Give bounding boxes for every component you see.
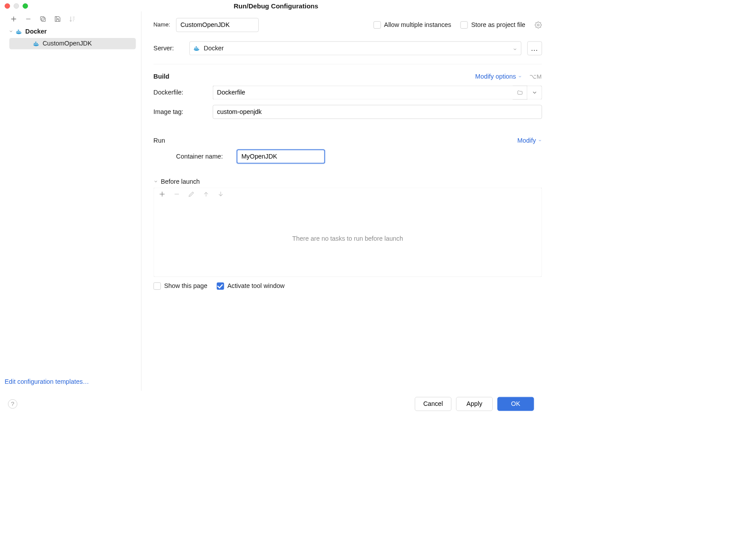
config-form: Name: Allow multiple instances Store as …	[141, 11, 552, 391]
svg-point-10	[537, 24, 539, 26]
add-task-icon[interactable]	[158, 190, 166, 198]
activate-tool-window-box[interactable]	[217, 282, 224, 290]
dockerfile-label: Dockerfile:	[154, 89, 207, 96]
add-config-icon[interactable]	[10, 15, 18, 23]
docker-icon	[194, 45, 200, 52]
dockerfile-input[interactable]	[213, 86, 513, 100]
apply-button[interactable]: Apply	[456, 397, 493, 411]
separator	[154, 64, 542, 64]
sort-az-icon[interactable]	[68, 15, 76, 23]
help-icon[interactable]: ?	[8, 399, 17, 409]
svg-rect-0	[42, 18, 45, 21]
chevron-down-icon	[154, 178, 158, 185]
show-this-page-checkbox[interactable]: Show this page	[154, 282, 208, 290]
build-section-title: Build	[154, 73, 170, 80]
tree-item-customopenjdk[interactable]: CustomOpenJDK	[9, 38, 136, 49]
docker-icon	[16, 29, 23, 35]
before-launch-panel: There are no tasks to run before launch	[154, 201, 542, 277]
svg-rect-6	[34, 43, 35, 45]
edit-templates-link[interactable]: Edit configuration templates…	[3, 376, 139, 390]
allow-multiple-label: Allow multiple instances	[384, 21, 451, 29]
name-input[interactable]	[176, 18, 259, 32]
remove-task-icon[interactable]	[173, 190, 181, 198]
allow-multiple-box[interactable]	[374, 21, 381, 29]
server-select[interactable]: Docker	[189, 41, 521, 55]
container-name-input[interactable]	[237, 150, 325, 164]
dialog-window: Run/Debug Configurations	[0, 0, 552, 422]
cancel-button[interactable]: Cancel	[415, 397, 451, 411]
svg-rect-3	[18, 31, 19, 32]
dockerfile-picker	[213, 86, 542, 100]
modify-options-label: Modify options	[475, 73, 516, 80]
before-launch-header[interactable]: Before launch	[154, 178, 542, 185]
server-value: Docker	[204, 45, 223, 52]
modify-options-link[interactable]: Modify options	[475, 73, 522, 80]
tree-group-label: Docker	[25, 28, 47, 35]
modify-options-shortcut: ⌥M	[529, 73, 542, 80]
svg-rect-1	[41, 16, 44, 20]
chevron-down-icon	[9, 28, 14, 35]
save-config-icon[interactable]	[54, 15, 61, 23]
tree-group-docker[interactable]: Docker	[3, 26, 139, 38]
titlebar: Run/Debug Configurations	[0, 0, 552, 11]
container-name-label: Container name:	[154, 153, 231, 160]
server-label: Server:	[154, 45, 184, 52]
server-browse-button[interactable]: …	[527, 41, 542, 55]
show-this-page-label: Show this page	[164, 282, 208, 290]
svg-rect-12	[196, 48, 197, 49]
move-down-icon[interactable]	[217, 190, 225, 198]
svg-rect-2	[16, 31, 18, 32]
image-tag-input[interactable]	[213, 105, 542, 119]
remove-config-icon[interactable]	[25, 15, 32, 23]
before-launch-empty: There are no tasks to run before launch	[292, 235, 403, 242]
configurations-sidebar: Docker CustomOpenJDK Edit configuration …	[0, 11, 141, 391]
move-up-icon[interactable]	[202, 190, 210, 198]
svg-rect-13	[197, 48, 198, 49]
configurations-tree: Docker CustomOpenJDK	[3, 26, 139, 376]
modify-run-label: Modify	[517, 137, 536, 144]
store-project-checkbox[interactable]: Store as project file	[460, 21, 525, 29]
store-project-label: Store as project file	[471, 21, 525, 29]
svg-rect-11	[194, 48, 196, 49]
modify-run-link[interactable]: Modify	[517, 137, 542, 144]
before-launch-toolbar	[154, 188, 542, 201]
show-this-page-box[interactable]	[154, 282, 161, 290]
svg-rect-4	[19, 31, 21, 32]
before-launch-title: Before launch	[161, 178, 200, 185]
svg-rect-7	[35, 43, 37, 45]
chevron-down-icon	[513, 46, 517, 51]
svg-rect-8	[37, 43, 38, 45]
gear-icon[interactable]	[535, 21, 542, 29]
ok-button[interactable]: OK	[497, 397, 534, 411]
dialog-title: Run/Debug Configurations	[0, 2, 552, 10]
name-label: Name:	[154, 22, 170, 28]
allow-multiple-checkbox[interactable]: Allow multiple instances	[374, 21, 451, 29]
run-section-title: Run	[154, 137, 165, 144]
docker-icon	[33, 41, 40, 47]
store-project-box[interactable]	[460, 21, 468, 29]
activate-tool-window-label: Activate tool window	[227, 282, 285, 290]
dockerfile-history-button[interactable]	[527, 86, 542, 100]
tree-item-label: CustomOpenJDK	[43, 40, 92, 47]
server-select-wrap: Docker	[189, 41, 521, 55]
copy-config-icon[interactable]	[39, 15, 47, 23]
image-tag-label: Image tag:	[154, 108, 207, 116]
folder-icon[interactable]	[513, 86, 527, 100]
edit-task-icon[interactable]	[188, 190, 195, 198]
activate-tool-window-checkbox[interactable]: Activate tool window	[217, 282, 285, 290]
svg-rect-9	[35, 42, 37, 43]
svg-rect-5	[18, 30, 19, 31]
bottom-bar: ? Cancel Apply OK	[0, 391, 552, 422]
sidebar-toolbar	[3, 13, 139, 26]
svg-rect-14	[196, 46, 197, 48]
